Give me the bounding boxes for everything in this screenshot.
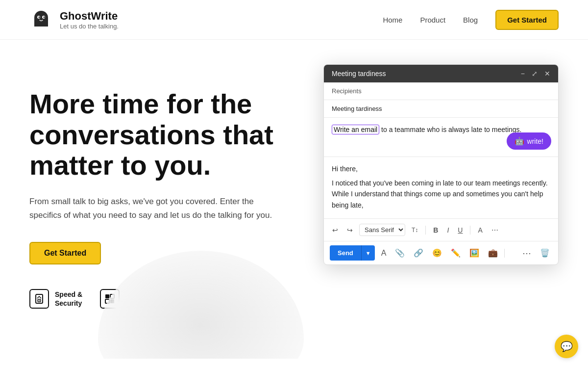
- more-sendbar-icon[interactable]: ⋯: [520, 246, 534, 261]
- svg-point-5: [44, 17, 45, 18]
- send-btn-group: Send ▼: [330, 245, 375, 261]
- drive-icon[interactable]: 💼: [486, 246, 500, 260]
- attach-icon[interactable]: 📎: [392, 246, 407, 260]
- email-greeting: Hi there,: [332, 165, 550, 173]
- text-color-button[interactable]: A: [475, 224, 485, 236]
- redo-button[interactable]: ↪: [344, 224, 355, 236]
- prompt-rest: to a teammate who is always late to meet…: [379, 126, 521, 133]
- email-prompt-area[interactable]: Write an email to a teammate who is alwa…: [324, 118, 558, 157]
- write-btn-label: write!: [527, 137, 543, 145]
- underline-button[interactable]: U: [455, 224, 465, 236]
- email-window: Meeting tardiness − ⤢ ✕ Recipients Meeti…: [323, 64, 559, 265]
- hero-subtext: From small talk to big asks, we've got y…: [29, 195, 284, 222]
- svg-point-4: [39, 17, 40, 18]
- chat-bubble[interactable]: 💬: [555, 335, 578, 358]
- svg-rect-9: [105, 294, 109, 298]
- minimize-icon[interactable]: −: [521, 70, 525, 78]
- email-window-controls: − ⤢ ✕: [521, 70, 550, 78]
- link-icon[interactable]: 🔗: [411, 246, 426, 260]
- toolbar-separator-2: [470, 226, 470, 235]
- close-icon[interactable]: ✕: [544, 70, 550, 78]
- nav-links: Home Product Blog Get Started: [383, 10, 559, 30]
- hero-cta-button[interactable]: Get Started: [29, 242, 101, 264]
- delete-icon[interactable]: 🗑️: [538, 246, 552, 260]
- svg-point-8: [39, 300, 40, 301]
- hero-heading: More time for the conversations that mat…: [29, 89, 284, 181]
- brand-logo: [29, 8, 53, 31]
- undo-button[interactable]: ↩: [330, 224, 341, 236]
- nav-product[interactable]: Product: [420, 16, 445, 24]
- send-dropdown-button[interactable]: ▼: [361, 245, 375, 261]
- email-send-bar: Send ▼ A 📎 🔗 😊 ✏️ 🖼️ 💼 ⋯ 🗑️: [324, 241, 558, 264]
- email-content-area[interactable]: Hi there, I noticed that you've been com…: [324, 157, 558, 218]
- chat-bubble-icon: 💬: [561, 341, 573, 352]
- draw-icon[interactable]: ✏️: [448, 246, 463, 260]
- toolbar-separator-1: [425, 226, 426, 235]
- font-family-select[interactable]: Sans Serif: [359, 224, 405, 236]
- feature-speed-security: Speed &Security: [29, 289, 82, 309]
- italic-button[interactable]: I: [444, 224, 451, 236]
- email-formatting-toolbar: ↩ ↪ Sans Serif T↕ B I U A ⋯: [324, 218, 558, 241]
- bold-button[interactable]: B: [431, 224, 441, 236]
- recipients-label: Recipients: [332, 87, 362, 95]
- speed-security-icon: [29, 289, 49, 309]
- emoji-icon[interactable]: 😊: [430, 246, 444, 260]
- write-button[interactable]: 🤖 write!: [507, 132, 551, 150]
- email-subject-field[interactable]: Meeting tardiness: [324, 100, 558, 118]
- navbar: GhostWrite Let us do the talking. Home P…: [0, 0, 588, 40]
- email-window-title: Meeting tardiness: [332, 70, 386, 78]
- brand: GhostWrite Let us do the talking.: [29, 8, 119, 31]
- format-text-icon[interactable]: A: [379, 247, 389, 260]
- maximize-icon[interactable]: ⤢: [532, 70, 538, 78]
- email-titlebar: Meeting tardiness − ⤢ ✕: [324, 65, 558, 82]
- more-options-button[interactable]: ⋯: [489, 224, 501, 236]
- email-recipients-field: Recipients: [324, 82, 558, 100]
- write-btn-emoji: 🤖: [514, 136, 524, 146]
- feature-speed-security-label: Speed &Security: [55, 290, 82, 308]
- brand-name: GhostWrite: [60, 10, 119, 23]
- image-icon[interactable]: 🖼️: [467, 246, 482, 260]
- email-body-text: I noticed that you've been coming in lat…: [332, 178, 550, 210]
- hero-section: More time for the conversations that mat…: [0, 40, 588, 359]
- prompt-highlight: Write an email: [332, 125, 379, 134]
- send-button[interactable]: Send: [330, 245, 361, 261]
- email-subject-value: Meeting tardiness: [332, 105, 382, 112]
- email-mockup: Meeting tardiness − ⤢ ✕ Recipients Meeti…: [323, 64, 559, 265]
- font-size-button[interactable]: T↕: [409, 225, 420, 236]
- brand-tagline: Let us do the talking.: [60, 23, 119, 30]
- nav-cta-button[interactable]: Get Started: [495, 10, 559, 30]
- nav-blog[interactable]: Blog: [463, 16, 478, 24]
- nav-home[interactable]: Home: [383, 16, 402, 24]
- sendbar-separator: [504, 249, 505, 258]
